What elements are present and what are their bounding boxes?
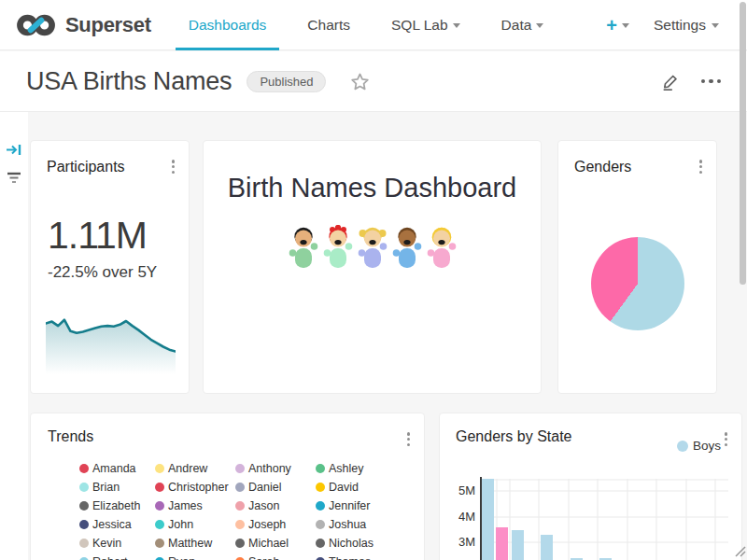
girls-bar[interactable]: [496, 527, 508, 560]
legend-item[interactable]: Sarah: [235, 553, 316, 560]
legend-label: Kevin: [92, 537, 121, 550]
boys-bar[interactable]: [512, 530, 524, 560]
filter-icon[interactable]: [6, 171, 22, 186]
legend-item[interactable]: Daniel: [235, 478, 316, 497]
legend-item[interactable]: Jason: [235, 497, 316, 515]
legend-label: Brian: [92, 481, 120, 494]
legend-label: Andrew: [168, 462, 207, 475]
legend-item[interactable]: Elizabeth: [79, 497, 155, 515]
expand-filter-bar-icon[interactable]: [6, 142, 22, 158]
legend-label: Joshua: [329, 518, 366, 531]
legend-dot: [79, 520, 89, 529]
legend-dot: [235, 464, 245, 473]
legend-dot: [155, 520, 164, 529]
kid-figure: [426, 225, 458, 272]
new-item-button[interactable]: +: [606, 16, 629, 35]
legend-item[interactable]: Nicholas: [316, 534, 400, 553]
kebab-menu-icon[interactable]: [698, 156, 705, 177]
legend-item[interactable]: Michael: [235, 534, 316, 553]
legend-label: Ashley: [329, 462, 364, 475]
legend-item[interactable]: Ashley: [316, 459, 400, 478]
main-menu: Dashboards Charts SQL Lab Data: [168, 0, 565, 49]
legend-label: Sarah: [248, 555, 279, 560]
brand-name: Superset: [65, 13, 151, 37]
nav-item-dashboards[interactable]: Dashboards: [176, 0, 280, 49]
nav-item-charts[interactable]: Charts: [294, 0, 363, 49]
legend-item[interactable]: Matthew: [155, 534, 235, 553]
genders-by-state-card: Genders by State Boys 5M 4M 3M: [439, 413, 742, 560]
favorite-star-icon[interactable]: [350, 72, 370, 91]
superset-dashboard-page: Superset Dashboards Charts SQL Lab Data …: [0, 0, 747, 560]
boys-bar[interactable]: [541, 535, 553, 560]
kebab-menu-icon[interactable]: [405, 428, 413, 450]
boys-bar[interactable]: [482, 479, 494, 560]
nav-item-sql-lab[interactable]: SQL Lab: [378, 0, 473, 49]
legend-label: Jessica: [92, 518, 132, 531]
legend-dot: [235, 520, 245, 529]
legend-dot: [155, 539, 164, 548]
legend-item[interactable]: Joshua: [316, 515, 400, 534]
legend-item[interactable]: Brian: [79, 478, 155, 497]
chevron-down-icon: [622, 23, 629, 28]
legend-item[interactable]: Anthony: [235, 459, 316, 478]
legend-item[interactable]: Jennifer: [316, 497, 400, 515]
kebab-menu-icon[interactable]: [723, 428, 730, 450]
legend-label: Ryan: [168, 555, 195, 560]
more-options-icon[interactable]: [701, 79, 722, 84]
y-axis-tick: 3M: [440, 535, 475, 549]
legend-item[interactable]: Jessica: [79, 515, 155, 534]
plus-icon: +: [606, 16, 617, 35]
dashboard-banner-title: Birth Names Dashboard: [204, 173, 541, 203]
trendline-sparkline: [46, 313, 176, 374]
legend-item[interactable]: Andrew: [155, 459, 235, 478]
legend-item[interactable]: Ryan: [155, 553, 235, 560]
kebab-menu-icon[interactable]: [170, 156, 177, 177]
legend-label: David: [329, 481, 359, 494]
legend-item[interactable]: David: [316, 478, 400, 497]
legend-label: Boys: [693, 439, 721, 453]
legend-item[interactable]: Kevin: [79, 534, 155, 553]
legend-dot: [316, 520, 325, 529]
chevron-down-icon: [712, 23, 719, 28]
settings-menu[interactable]: Settings: [654, 17, 719, 34]
boys-legend-item[interactable]: Boys: [677, 439, 721, 453]
superset-logo[interactable]: Superset: [0, 0, 168, 49]
vertical-scrollbar[interactable]: [740, 2, 746, 285]
kid-figure: [391, 225, 423, 272]
legend-dot: [79, 464, 89, 473]
legend-item[interactable]: Joseph: [235, 515, 316, 534]
chevron-down-icon: [453, 23, 460, 28]
legend-dot: [79, 539, 89, 548]
legend-label: Anthony: [248, 462, 291, 475]
legend-label: Jason: [248, 499, 279, 512]
legend-label: James: [168, 499, 203, 512]
resize-handle-icon[interactable]: [734, 545, 746, 557]
legend-label: Thomas: [329, 555, 371, 560]
big-number-value: 1.11M: [48, 214, 147, 258]
legend-item[interactable]: Christopher: [155, 478, 235, 497]
legend-item[interactable]: Robert: [79, 553, 155, 560]
nav-label: Data: [501, 17, 532, 34]
chevron-down-icon: [536, 23, 543, 28]
chart-title: Trends: [48, 428, 93, 445]
genders-card: Genders: [557, 140, 717, 394]
edit-pencil-icon[interactable]: [660, 71, 681, 91]
dashboard-header: USA Births Names Published: [0, 51, 747, 112]
legend-dot: [155, 483, 164, 492]
published-badge[interactable]: Published: [247, 71, 326, 92]
legend-item[interactable]: James: [155, 497, 235, 515]
chart-title: Genders: [574, 159, 631, 175]
legend-dot: [79, 483, 89, 492]
filter-rail: [0, 112, 28, 560]
trends-legend: AmandaAndrewAnthonyAshleyBrianChristophe…: [79, 459, 400, 560]
legend-item[interactable]: Thomas: [316, 553, 400, 560]
legend-dot: [316, 501, 325, 511]
markdown-header-card: Birth Names Dashboard: [203, 140, 542, 394]
legend-dot: [235, 539, 245, 548]
legend-item[interactable]: John: [155, 515, 235, 534]
genders-pie-chart[interactable]: [591, 237, 684, 330]
legend-label: Christopher: [168, 481, 229, 494]
legend-dot: [235, 501, 245, 511]
legend-item[interactable]: Amanda: [79, 459, 155, 478]
nav-item-data[interactable]: Data: [488, 0, 557, 49]
